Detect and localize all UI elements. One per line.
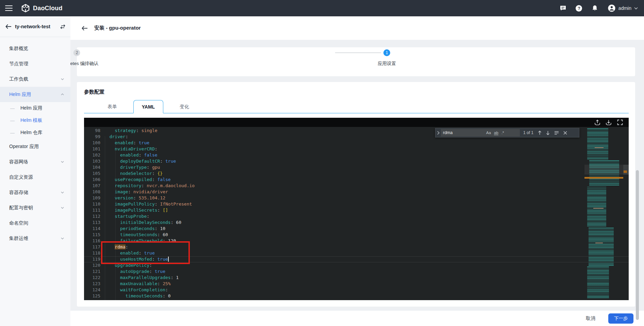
- line-number: 118: [84, 250, 100, 256]
- sidebar-item-集群概览[interactable]: 集群概览: [0, 41, 70, 56]
- line-content: maxUnavailable: 25%: [104, 281, 171, 287]
- line-number: 121: [84, 268, 100, 275]
- download-icon[interactable]: [606, 119, 612, 126]
- code-line-108[interactable]: 108 image: nvidia/driver: [84, 189, 629, 195]
- whole-word-toggle[interactable]: ab: [494, 131, 498, 135]
- next-step-button[interactable]: 下一步: [608, 313, 633, 324]
- sidebar-item-节点管理[interactable]: 节点管理: [0, 56, 70, 71]
- page-scrollbar[interactable]: [636, 170, 639, 320]
- chevron-down-icon: [634, 7, 638, 10]
- minimap[interactable]: [584, 127, 623, 300]
- stepper-card: 1应用设置2Kubernetes 编排确认: [77, 47, 635, 76]
- line-content: initialDelaySeconds: 60: [104, 219, 181, 226]
- regex-toggle[interactable]: .*: [501, 131, 504, 135]
- code-line-125[interactable]: 125 timeoutSeconds: 0: [84, 293, 629, 299]
- code-line-112[interactable]: 112 startupProbe:: [84, 213, 629, 219]
- tab-表单[interactable]: 表单: [97, 100, 127, 113]
- fullscreen-icon[interactable]: [617, 119, 623, 126]
- overview-ruler[interactable]: [623, 127, 629, 300]
- sidebar-item-容器网络[interactable]: 容器网络: [0, 154, 70, 169]
- code-line-111[interactable]: 111 imagePullSecrets: []: [84, 207, 629, 213]
- notification-bell-icon[interactable]: [592, 5, 598, 12]
- upload-icon[interactable]: [594, 119, 600, 126]
- code-line-121[interactable]: 121 autoUpgrade: true: [84, 268, 629, 275]
- cancel-button[interactable]: 取消: [586, 315, 595, 322]
- minimap-viewport[interactable]: [584, 165, 623, 175]
- find-widget: Aa ab .* 1 of 1: [435, 128, 579, 137]
- line-content: driverType: gpu: [104, 164, 160, 170]
- stepper-connector: [335, 52, 381, 53]
- sub-item-dash: —: [10, 118, 15, 123]
- code-line-122[interactable]: 122 maxParallelUpgrades: 1: [84, 275, 629, 281]
- code-line-124[interactable]: 124 waitForCompletion:: [84, 287, 629, 293]
- code-line-109[interactable]: 109 version: 535.104.12: [84, 195, 629, 201]
- switch-cluster-icon[interactable]: [60, 24, 66, 29]
- sidebar-item-helm-仓库[interactable]: —Helm 仓库: [0, 127, 70, 139]
- wizard-footer: 取消 下一步: [70, 311, 644, 326]
- find-expand-icon[interactable]: [435, 128, 441, 137]
- line-number: 107: [84, 183, 100, 189]
- code-line-106[interactable]: 106 usePrecompiled: false: [84, 177, 629, 183]
- avatar-icon: [608, 4, 616, 12]
- sidebar-item-配置与密钥[interactable]: 配置与密钥: [0, 200, 70, 215]
- line-content: usePrecompiled: false: [104, 177, 171, 183]
- code-line-101[interactable]: 101 nvidiaDriverCRD:: [84, 146, 629, 152]
- line-number: 125: [84, 293, 100, 299]
- help-icon[interactable]: ?: [576, 5, 582, 12]
- code-line-105[interactable]: 105 nodeSelector: {}: [84, 170, 629, 177]
- line-number: 98: [84, 128, 100, 134]
- line-number: 120: [84, 262, 100, 268]
- find-next-icon[interactable]: [546, 131, 550, 135]
- code-line-114[interactable]: 114 periodSeconds: 10: [84, 226, 629, 232]
- code-line-113[interactable]: 113 initialDelaySeconds: 60: [84, 219, 629, 226]
- sidebar-item-自定义资源[interactable]: 自定义资源: [0, 169, 70, 185]
- find-previous-icon[interactable]: [538, 131, 542, 135]
- indent-guide: [105, 136, 105, 300]
- sidebar-item-命名空间[interactable]: 命名空间: [0, 215, 70, 231]
- match-marker: [624, 170, 627, 173]
- sidebar-item-集群运维[interactable]: 集群运维: [0, 231, 70, 246]
- code-line-115[interactable]: 115 timeoutSeconds: 60: [84, 232, 629, 238]
- code-line-103[interactable]: 103 deployDefaultCR: true: [84, 158, 629, 164]
- page-back-icon[interactable]: [82, 26, 88, 31]
- find-close-icon[interactable]: [563, 131, 567, 135]
- step-number: 2: [73, 49, 80, 56]
- tab-yaml[interactable]: YAML: [133, 100, 163, 113]
- code-line-104[interactable]: 104 driverType: gpu: [84, 164, 629, 170]
- sidebar-item-工作负载[interactable]: 工作负载: [0, 71, 70, 87]
- chevron-down-icon: [61, 206, 64, 210]
- code-line-102[interactable]: 102 enabled: false: [84, 152, 629, 158]
- find-in-selection-icon[interactable]: [554, 131, 559, 135]
- code-line-110[interactable]: 110 imagePullPolicy: IfNotPresent: [84, 201, 629, 207]
- sidebar-item-operator-应用[interactable]: Operator 应用: [0, 139, 70, 154]
- code-line-107[interactable]: 107 repository: nvcr.m.daocloud.io: [84, 183, 629, 189]
- menu-icon[interactable]: [5, 5, 13, 11]
- code-line-123[interactable]: 123 maxUnavailable: 25%: [84, 281, 629, 287]
- sidebar-item-容器存储[interactable]: 容器存储: [0, 185, 70, 200]
- cluster-name: ty-network-test: [15, 24, 60, 29]
- config-card: 参数配置 表单YAML变化 98 s: [77, 82, 635, 307]
- line-number: 108: [84, 189, 100, 195]
- line-number: 112: [84, 213, 100, 219]
- line-content: image: nvidia/driver: [104, 189, 168, 195]
- message-icon[interactable]: [560, 5, 566, 12]
- find-match-count: 1 of 1: [523, 130, 533, 135]
- code-area[interactable]: 98 strategy: single99 driver:100 enabled…: [84, 127, 629, 300]
- find-input[interactable]: [443, 130, 483, 135]
- back-icon[interactable]: [5, 24, 12, 29]
- chevron-down-icon: [61, 237, 64, 240]
- sidebar-item-helm-模板[interactable]: —Helm 模板: [0, 114, 70, 127]
- line-number: 101: [84, 146, 100, 152]
- yaml-editor[interactable]: 98 strategy: single99 driver:100 enabled…: [84, 118, 629, 300]
- sidebar-item-helm-应用[interactable]: —Helm 应用: [0, 102, 70, 114]
- code-line-100[interactable]: 100 enabled: true: [84, 140, 629, 146]
- line-number: 109: [84, 195, 100, 201]
- match-case-toggle[interactable]: Aa: [486, 131, 491, 135]
- cluster-sidebar: ty-network-test 集群概览节点管理工作负载Helm 应用—Helm…: [0, 16, 70, 326]
- line-number: 116: [84, 238, 100, 244]
- scroll-slider[interactable]: [623, 165, 629, 175]
- user-menu[interactable]: admin: [608, 4, 638, 12]
- tab-变化[interactable]: 变化: [169, 100, 199, 113]
- sidebar-item-helm-应用[interactable]: Helm 应用: [0, 87, 70, 102]
- line-number: 117: [84, 244, 100, 250]
